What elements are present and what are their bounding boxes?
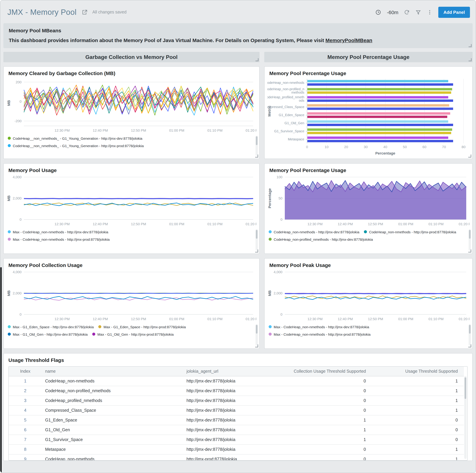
memory-pool-pct-area-chart[interactable]: 05010012:30 PM12:40 PM12:50 PM01:00 PM01… xyxy=(267,174,470,228)
memory-pool-pct-bar-chart[interactable]: 01020304050607080PercentageMetricCodeHea… xyxy=(267,77,470,156)
resize-handle[interactable] xyxy=(255,58,258,61)
svg-text:G1_Eden_Space: G1_Eden_Space xyxy=(279,113,304,117)
svg-text:12:40 PM: 12:40 PM xyxy=(338,222,353,226)
memory-pool-usage-chart[interactable]: 02,0004,00012:30 PM12:40 PM12:50 PM01:00… xyxy=(6,174,256,228)
table-cell: 0 xyxy=(379,435,464,445)
time-history-icon[interactable] xyxy=(375,9,381,15)
legend-scrollbar[interactable] xyxy=(255,324,258,346)
svg-text:Compressed_Class_Space: Compressed_Class_Space xyxy=(267,105,304,109)
legend-scrollbar[interactable] xyxy=(469,324,471,346)
legend-item[interactable]: CodeHeap_non-profiled_nmethods - http://… xyxy=(269,237,373,242)
resize-handle[interactable] xyxy=(468,154,471,158)
filter-icon[interactable] xyxy=(416,9,421,15)
section-header-label: Garbage Collection vs Memory Pool xyxy=(85,54,178,60)
legend-item[interactable]: CodeHeap__non_nmethods_ - G1_Young_Gener… xyxy=(8,136,247,141)
table-cell: http://jmx-dev:8778/jolokia xyxy=(183,445,265,454)
table-cell: CodeHeap_non-nmethods xyxy=(42,454,183,460)
panel-title: Memory Pool Percentage Usage xyxy=(269,70,346,76)
refresh-icon[interactable] xyxy=(404,9,410,15)
table-cell: 0 xyxy=(265,396,379,405)
kebab-menu-icon[interactable] xyxy=(427,9,433,15)
text-panel-text: This dashboard provides information abou… xyxy=(9,37,325,43)
svg-text:70: 70 xyxy=(442,145,446,149)
svg-text:30: 30 xyxy=(364,145,368,149)
table-row: 5G1_Eden_Spacehttp://jmx-dev:8778/joloki… xyxy=(9,415,464,425)
section-header-memory-pool-pct[interactable]: Memory Pool Percentage Usage xyxy=(264,52,473,62)
legend-item[interactable]: CodeHeap_non-nmethods - http://jmx-prod:… xyxy=(364,230,456,234)
table-cell: 5 xyxy=(9,415,42,425)
legend-label: Max - CodeHeap_non-nmethods - http://jmx… xyxy=(274,332,371,337)
table-cell: 0 xyxy=(265,376,379,386)
legend-item[interactable]: CodeHeap_non-nmethods - http://jmx-dev:8… xyxy=(269,230,359,234)
resize-handle[interactable] xyxy=(255,344,258,347)
svg-text:01:10 PM: 01:10 PM xyxy=(207,128,222,132)
legend-swatch-icon xyxy=(99,325,102,328)
right-column: Memory Pool Percentage Usage Memory Pool… xyxy=(264,52,473,353)
memory-pool-collection-usage-chart[interactable]: 02,0004,00012:30 PM12:40 PM12:50 PM01:00… xyxy=(6,269,256,322)
legend-item[interactable]: Max - G1_Eden_Space - http://jmx-dev:877… xyxy=(8,325,94,329)
table-cell: G1_Eden_Space xyxy=(42,415,183,425)
resize-handle[interactable] xyxy=(468,344,471,347)
svg-text:60: 60 xyxy=(423,145,426,149)
usage-table-header[interactable]: Usage Threshold Supported xyxy=(379,367,464,376)
svg-text:01:20 PM: 01:20 PM xyxy=(459,317,470,321)
legend-item[interactable]: Max - G1_Eden_Space - http://jmx-prod:87… xyxy=(99,325,186,329)
svg-text:12:40 PM: 12:40 PM xyxy=(93,222,108,226)
legend-item[interactable]: Max - CodeHeap_non-nmethods - http://jmx… xyxy=(8,237,247,242)
svg-text:G1_Survivor_Space: G1_Survivor_Space xyxy=(274,129,304,133)
legend-label: Max - G1_Old_Gen - http://jmx-dev:8778/j… xyxy=(13,332,88,337)
svg-text:12:50 PM: 12:50 PM xyxy=(368,317,383,321)
svg-text:methods: methods xyxy=(291,91,304,94)
legend-item[interactable]: CodeHeap__non_nmethods_ - G1_Young_Gener… xyxy=(8,144,247,148)
table-cell: 1 xyxy=(265,415,379,425)
chart-legend: Max - G1_Eden_Space - http://jmx-dev:877… xyxy=(8,325,252,340)
legend-scrollbar[interactable] xyxy=(255,229,258,251)
panel-memory-pool-peak-usage: Memory Pool Peak Usage 02,0004,00012:30 … xyxy=(264,258,473,349)
usage-table-header[interactable]: Collection Usage Threshold Supported xyxy=(265,367,379,376)
svg-text:50: 50 xyxy=(403,145,407,149)
add-panel-button[interactable]: Add Panel xyxy=(439,7,470,18)
scrollbar-thumb[interactable] xyxy=(469,230,471,239)
svg-text:0: 0 xyxy=(280,218,282,221)
usage-table-header[interactable]: jolokia_agent_url xyxy=(183,367,265,376)
legend-item[interactable]: Max - G1_Old_Gen - http://jmx-prod:8778/… xyxy=(92,332,174,337)
gc-line-chart[interactable]: -200020012:30 PM12:40 PM12:50 PM01:00 PM… xyxy=(6,77,256,134)
legend-item[interactable]: Max - CodeHeap_non-nmethods - http://jmx… xyxy=(269,332,460,337)
table-cell: Metaspace xyxy=(42,445,183,454)
legend-scrollbar[interactable] xyxy=(469,229,471,251)
legend-item[interactable]: Max - G1_Old_Gen - http://jmx-dev:8778/j… xyxy=(8,332,88,337)
scrollbar-thumb[interactable] xyxy=(256,230,257,239)
resize-handle[interactable] xyxy=(255,250,258,253)
table-cell: 0 xyxy=(379,415,464,425)
legend-label: CodeHeap_non-profiled_nmethods - http://… xyxy=(274,237,373,242)
table-row: 4Compressed_Class_Spacehttp://jmx-dev:87… xyxy=(9,405,464,415)
scrollbar-thumb[interactable] xyxy=(469,325,471,334)
section-header-gc-vs-memory-pool[interactable]: Garbage Collection vs Memory Pool xyxy=(3,52,259,62)
panel-usage-threshold-flags: Usage Threshold Flags Indexnamejolokia_a… xyxy=(3,353,473,461)
resize-handle[interactable] xyxy=(468,250,471,253)
table-cell: 1 xyxy=(379,386,464,396)
resize-handle[interactable] xyxy=(255,154,258,158)
table-scrollbar[interactable] xyxy=(464,376,467,459)
panel-memory-pool-collection-usage: Memory Pool Collection Usage 02,0004,000… xyxy=(3,258,259,349)
svg-text:01:20 PM: 01:20 PM xyxy=(246,222,256,226)
table-cell: 0 xyxy=(265,386,379,396)
scrollbar-thumb[interactable] xyxy=(256,136,257,145)
resize-handle[interactable] xyxy=(469,44,472,47)
time-range-selector[interactable]: -60m xyxy=(387,9,398,15)
legend-item[interactable]: Max - CodeHeap_non-nmethods - http://jmx… xyxy=(8,230,247,234)
svg-text:12:40 PM: 12:40 PM xyxy=(93,128,108,132)
share-icon[interactable] xyxy=(82,9,88,15)
scrollbar-thumb[interactable] xyxy=(256,325,257,334)
usage-table-header[interactable]: Index xyxy=(9,367,42,376)
resize-handle[interactable] xyxy=(469,58,472,61)
usage-table-header[interactable]: name xyxy=(42,367,183,376)
legend-scrollbar[interactable] xyxy=(255,136,258,156)
memory-pool-peak-usage-chart[interactable]: 02,0004,00012:30 PM12:40 PM12:50 PM01:00… xyxy=(267,269,470,322)
legend-label: Max - G1_Eden_Space - http://jmx-prod:87… xyxy=(103,325,186,329)
table-cell: http://jmx-dev:8778/jolokia xyxy=(183,386,265,396)
scrollbar-thumb[interactable] xyxy=(465,377,466,399)
legend-item[interactable]: Max - CodeHeap_non-nmethods - http://jmx… xyxy=(269,325,460,329)
panel-title: Memory Cleared by Garbage Collection (MB… xyxy=(8,70,115,76)
memory-pool-mbean-link[interactable]: MemoryPoolMBean xyxy=(325,37,372,43)
